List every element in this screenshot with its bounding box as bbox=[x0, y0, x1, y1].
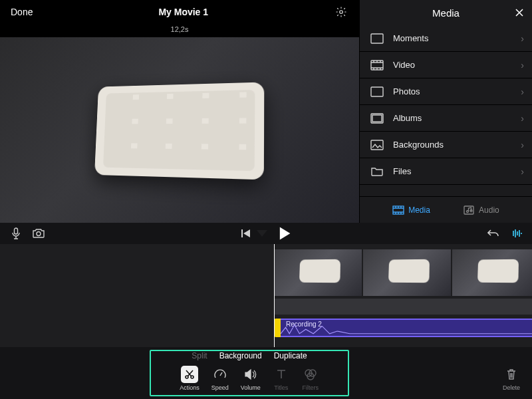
media-item-label: Photos bbox=[393, 86, 420, 96]
tool-label: Speed bbox=[211, 384, 229, 391]
svg-rect-13 bbox=[241, 229, 243, 237]
moments-icon bbox=[369, 33, 385, 45]
waveform-icon bbox=[510, 228, 522, 239]
tool-label: Volume bbox=[241, 384, 261, 391]
media-panel: Media Moments › Video › bbox=[359, 0, 532, 223]
chevron-right-icon: › bbox=[521, 166, 524, 177]
albums-icon bbox=[369, 112, 385, 124]
timeline-gap bbox=[274, 299, 532, 315]
backgrounds-icon bbox=[369, 139, 385, 151]
media-item-label: Backgrounds bbox=[393, 140, 444, 150]
filters-icon bbox=[302, 366, 319, 383]
svg-rect-6 bbox=[371, 140, 383, 150]
camera-button[interactable] bbox=[32, 227, 45, 240]
actions-tool[interactable]: Actions bbox=[180, 366, 200, 391]
tool-label: Titles bbox=[274, 384, 288, 391]
media-item-label: Files bbox=[393, 166, 411, 176]
media-list: Moments › Video › Photos › bbox=[360, 25, 532, 196]
tool-label: Delete bbox=[503, 384, 520, 391]
media-panel-header: Media bbox=[360, 0, 532, 25]
chevron-right-icon: › bbox=[521, 33, 524, 44]
camera-icon bbox=[32, 228, 45, 239]
preview-video[interactable] bbox=[0, 37, 359, 223]
audio-clip[interactable]: Recording 2 bbox=[281, 319, 532, 337]
media-item-label: Video bbox=[393, 60, 415, 70]
svg-rect-5 bbox=[372, 115, 382, 122]
media-item-albums[interactable]: Albums › bbox=[360, 105, 532, 132]
transport-bar bbox=[0, 223, 532, 244]
timeline[interactable]: Recording 2 bbox=[0, 244, 532, 347]
svg-point-0 bbox=[340, 11, 343, 14]
chevron-right-icon: › bbox=[521, 113, 524, 124]
audio-waveform-toggle[interactable] bbox=[509, 227, 523, 240]
svg-point-12 bbox=[37, 232, 41, 236]
video-clip[interactable] bbox=[363, 249, 451, 296]
bottom-toolbar: Split Background Duplicate Actions Speed… bbox=[0, 347, 532, 399]
clip-tools: Actions Speed Volume Titles Filters bbox=[150, 366, 349, 391]
audio-clip-handle[interactable] bbox=[274, 319, 281, 337]
background-action[interactable]: Background bbox=[219, 351, 262, 360]
filmstrip-icon bbox=[392, 205, 404, 215]
preview-header: Done My Movie 1 bbox=[0, 0, 359, 24]
media-item-backgrounds[interactable]: Backgrounds › bbox=[360, 132, 532, 158]
speedometer-icon bbox=[211, 366, 229, 383]
svg-point-14 bbox=[186, 376, 188, 378]
chevron-right-icon: › bbox=[521, 86, 524, 97]
video-clip[interactable] bbox=[274, 249, 362, 296]
video-icon bbox=[369, 59, 385, 71]
audio-track[interactable]: Recording 2 bbox=[274, 319, 532, 337]
play-button[interactable] bbox=[277, 225, 293, 241]
media-item-moments[interactable]: Moments › bbox=[360, 25, 532, 52]
gear-icon bbox=[335, 6, 347, 18]
volume-tool[interactable]: Volume bbox=[241, 366, 261, 391]
duplicate-action[interactable]: Duplicate bbox=[274, 351, 307, 360]
playhead-notch bbox=[257, 230, 267, 237]
tab-audio[interactable]: Audio bbox=[463, 205, 499, 215]
timecode-label: 12,2s bbox=[0, 25, 359, 33]
tool-label: Actions bbox=[180, 384, 200, 391]
preview-pane: Done My Movie 1 12,2s bbox=[0, 0, 359, 223]
filters-tool: Filters bbox=[302, 366, 319, 391]
chevron-right-icon: › bbox=[521, 60, 524, 70]
video-track[interactable] bbox=[274, 249, 532, 296]
music-icon bbox=[463, 205, 475, 215]
project-title: My Movie 1 bbox=[158, 7, 208, 17]
tab-audio-label: Audio bbox=[479, 205, 499, 215]
speed-tool[interactable]: Speed bbox=[211, 366, 229, 391]
microphone-icon bbox=[11, 227, 21, 239]
trash-icon bbox=[503, 366, 519, 383]
split-action: Split bbox=[192, 351, 207, 360]
undo-button[interactable] bbox=[487, 227, 500, 240]
done-button[interactable]: Done bbox=[11, 7, 33, 17]
tool-label: Filters bbox=[303, 384, 319, 391]
volume-icon bbox=[242, 366, 259, 383]
media-tabs: Media Audio bbox=[360, 196, 532, 223]
media-item-video[interactable]: Video › bbox=[360, 52, 532, 78]
tab-media[interactable]: Media bbox=[392, 205, 430, 215]
titles-icon bbox=[273, 366, 290, 383]
media-item-files[interactable]: Files › bbox=[360, 158, 532, 185]
delete-tool[interactable]: Delete bbox=[503, 366, 520, 391]
scissors-icon bbox=[181, 366, 198, 383]
undo-icon bbox=[487, 228, 499, 239]
context-actions: Split Background Duplicate bbox=[150, 351, 349, 360]
settings-button[interactable] bbox=[334, 5, 348, 19]
files-icon bbox=[369, 166, 385, 178]
video-clip[interactable] bbox=[452, 249, 532, 296]
playhead[interactable] bbox=[274, 244, 275, 347]
close-media-panel[interactable] bbox=[515, 8, 524, 17]
media-item-label: Moments bbox=[393, 33, 428, 43]
chevron-right-icon: › bbox=[521, 140, 524, 150]
photos-icon bbox=[369, 86, 385, 98]
tab-media-label: Media bbox=[408, 205, 430, 215]
svg-rect-3 bbox=[371, 87, 383, 96]
svg-point-15 bbox=[191, 376, 194, 378]
svg-rect-1 bbox=[371, 34, 383, 43]
media-panel-title: Media bbox=[432, 7, 460, 19]
skip-back-icon bbox=[241, 229, 251, 238]
media-item-photos[interactable]: Photos › bbox=[360, 78, 532, 105]
voiceover-button[interactable] bbox=[9, 227, 23, 240]
media-item-label: Albums bbox=[393, 113, 422, 123]
skip-back-button[interactable] bbox=[239, 227, 253, 240]
titles-tool: Titles bbox=[273, 366, 290, 391]
